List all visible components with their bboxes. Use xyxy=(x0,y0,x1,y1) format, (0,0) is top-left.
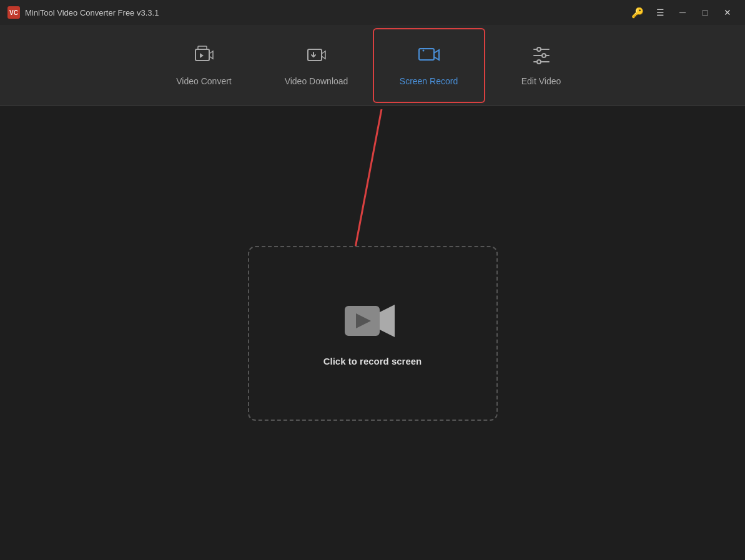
menu-button[interactable]: ☰ xyxy=(650,4,670,21)
maximize-button[interactable]: □ xyxy=(695,4,715,21)
title-bar-right: 🔑 ☰ ─ □ ✕ xyxy=(628,4,738,21)
edit-video-icon xyxy=(530,44,553,70)
svg-marker-12 xyxy=(380,305,395,337)
key-icon-button[interactable]: 🔑 xyxy=(628,4,648,21)
record-camera-icon xyxy=(345,300,401,343)
svg-point-7 xyxy=(537,60,541,64)
tab-edit-video[interactable]: Edit Video xyxy=(485,28,598,103)
title-bar-left: VC MiniTool Video Converter Free v3.3.1 xyxy=(7,6,159,19)
app-logo: VC xyxy=(7,6,20,19)
tab-edit-video-label: Edit Video xyxy=(521,76,561,86)
tab-screen-record-label: Screen Record xyxy=(400,76,458,86)
svg-point-6 xyxy=(542,54,546,57)
video-download-icon xyxy=(305,44,328,70)
record-area[interactable]: Click to record screen xyxy=(248,246,498,421)
svg-point-4 xyxy=(422,50,424,52)
svg-point-5 xyxy=(537,47,541,51)
svg-rect-1 xyxy=(198,46,207,49)
nav-bar: Video Convert Video Download Screen Reco… xyxy=(0,25,745,106)
screen-record-icon xyxy=(418,44,440,70)
video-convert-icon xyxy=(193,44,215,70)
tab-video-convert-label: Video Convert xyxy=(176,76,231,86)
tab-video-convert[interactable]: Video Convert xyxy=(148,28,260,103)
close-button[interactable]: ✕ xyxy=(718,4,738,21)
title-bar: VC MiniTool Video Converter Free v3.3.1 … xyxy=(0,0,745,25)
minimize-button[interactable]: ─ xyxy=(673,4,693,21)
app-title: MiniTool Video Converter Free v3.3.1 xyxy=(25,8,159,17)
tab-video-download[interactable]: Video Download xyxy=(260,28,373,103)
tab-video-download-label: Video Download xyxy=(285,76,348,86)
tab-screen-record[interactable]: Screen Record xyxy=(373,28,485,103)
main-content: Click to record screen xyxy=(0,106,745,560)
record-button-label: Click to record screen xyxy=(323,356,422,366)
svg-rect-3 xyxy=(419,49,434,60)
